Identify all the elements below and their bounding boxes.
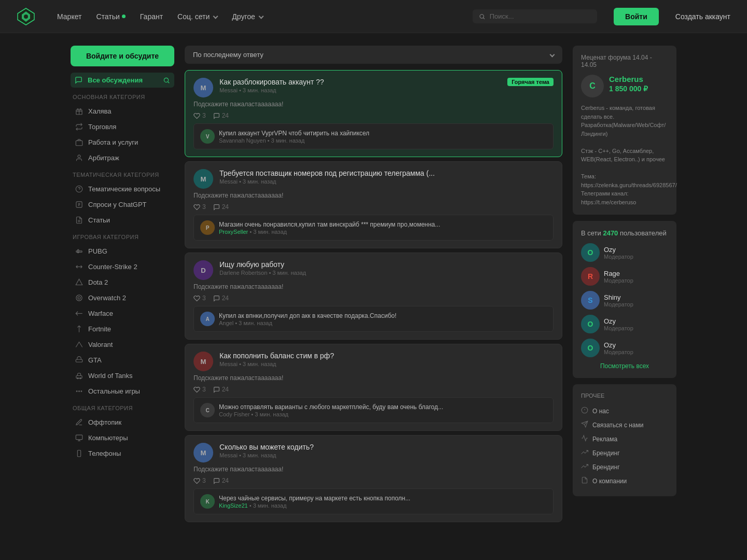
thread-2-preview: Подскажите пажаластааааааа! bbox=[193, 192, 554, 199]
discuss-button[interactable]: Войдите и обсудите bbox=[71, 46, 174, 66]
sub-3-avatar: A bbox=[200, 312, 215, 326]
other-company[interactable]: О компании bbox=[581, 474, 668, 488]
nav-other[interactable]: Другое bbox=[227, 9, 268, 24]
svg-point-28 bbox=[76, 390, 77, 391]
sidebar-chatgpt[interactable]: Спроси у ChatGPT bbox=[71, 197, 174, 212]
nav-garant[interactable]: Гарант bbox=[135, 9, 168, 24]
section-thematic: Тематическая категория bbox=[71, 172, 174, 178]
ai-icon bbox=[75, 200, 83, 208]
other-ads[interactable]: Реклама bbox=[581, 432, 668, 446]
user-3-avatar: S bbox=[581, 291, 600, 310]
sidebar-offtopic[interactable]: Оффтопик bbox=[71, 414, 174, 430]
sidebar-halva[interactable]: Халява bbox=[71, 103, 174, 119]
sub-2-avatar: P bbox=[200, 220, 215, 235]
user-5-avatar: O bbox=[581, 339, 600, 357]
online-user-4[interactable]: O Ozy Модератор bbox=[581, 315, 668, 333]
patron-amount: 1 850 000 ₽ bbox=[609, 85, 648, 93]
online-user-1[interactable]: O Ozy Модератор bbox=[581, 243, 668, 262]
sidebar-other-games[interactable]: Остальные игры bbox=[71, 383, 174, 399]
thread-2[interactable]: M Требуется поставщик номеров под регист… bbox=[185, 161, 562, 248]
ads-icon bbox=[581, 435, 588, 443]
view-all-button[interactable]: Посмотреть всех bbox=[581, 362, 668, 370]
thread-5-preview: Подскажите пажаластааааааа! bbox=[193, 466, 554, 473]
sidebar-trade[interactable]: Торговля bbox=[71, 119, 174, 134]
other-branding2[interactable]: Брендинг bbox=[581, 460, 668, 474]
other-widget: Прочее О нас Связаться с нами Реклама bbox=[573, 384, 676, 496]
sidebar: Войдите и обсудите Все обсуждения Основн… bbox=[71, 46, 174, 526]
nav-market[interactable]: Маркет bbox=[52, 9, 87, 24]
gta-icon bbox=[75, 356, 83, 364]
patron-desc: Cerberus - команда, готовая сделать все.… bbox=[581, 104, 668, 206]
sidebar-fortnite[interactable]: Fortnite bbox=[71, 321, 174, 337]
sidebar-all-discussions[interactable]: Все обсуждения bbox=[71, 73, 174, 88]
thread-2-sub[interactable]: P Магазин очень понравился,купил там вин… bbox=[193, 215, 554, 241]
sidebar-dota2[interactable]: Dota 2 bbox=[71, 274, 174, 290]
nav-social[interactable]: Соц. сети bbox=[172, 9, 223, 24]
logo[interactable] bbox=[17, 7, 35, 26]
thread-2-title: Требуется поставщик номеров под регистра… bbox=[219, 169, 554, 177]
comment-icon-2 bbox=[213, 204, 220, 211]
thread-4-sub[interactable]: C Можно отправлять варианты с любого мар… bbox=[193, 397, 554, 423]
login-button[interactable]: Войти bbox=[614, 8, 659, 25]
thread-5-sub[interactable]: K Через чайные сервисы, примеру на марке… bbox=[193, 488, 554, 514]
svg-point-29 bbox=[78, 390, 79, 391]
sidebar-valorant[interactable]: Valorant bbox=[71, 337, 174, 352]
thread-1-sub[interactable]: V Купил аккаунт VyprVPN чтоб читирить на… bbox=[193, 123, 554, 149]
like-icon bbox=[193, 113, 200, 119]
other-contact[interactable]: Связаться с нами bbox=[581, 418, 668, 432]
sidebar-work[interactable]: Работа и услуги bbox=[71, 134, 174, 150]
svg-point-30 bbox=[80, 390, 81, 391]
thread-5[interactable]: M Сколько вы можете кодить? Messai • 3 м… bbox=[185, 435, 562, 522]
branding1-icon bbox=[581, 449, 588, 457]
sidebar-computers[interactable]: Компьютеры bbox=[71, 430, 174, 445]
like-icon-4 bbox=[193, 386, 200, 393]
work-icon bbox=[75, 138, 83, 146]
cs2-icon bbox=[75, 262, 83, 271]
online-user-5[interactable]: O Ozy Модератор bbox=[581, 339, 668, 357]
user-5-name: Ozy bbox=[604, 341, 633, 349]
sidebar-warface[interactable]: Warface bbox=[71, 305, 174, 321]
sidebar-cs2[interactable]: Counter-Strike 2 bbox=[71, 259, 174, 274]
sidebar-arbitrage[interactable]: Арбитраж bbox=[71, 150, 174, 165]
search-sidebar-icon[interactable] bbox=[163, 77, 170, 84]
user-2-avatar: R bbox=[581, 267, 600, 286]
warface-icon bbox=[75, 309, 83, 317]
thread-3-sub[interactable]: A Купил ак впнки,получил доп акк в качес… bbox=[193, 306, 554, 332]
other-about[interactable]: О нас bbox=[581, 404, 668, 418]
user-1-avatar: O bbox=[581, 243, 600, 262]
sidebar-articles[interactable]: Статьи bbox=[71, 212, 174, 228]
comment-icon-5 bbox=[213, 478, 220, 484]
thread-3[interactable]: D Ищу любую работу Darlene Robertson • 3… bbox=[185, 253, 562, 340]
sort-bar[interactable]: По последнему ответу bbox=[185, 46, 562, 64]
nav-links: Маркет Статьи Гарант Соц. сети Другое bbox=[52, 9, 268, 24]
other-branding1[interactable]: Брендинг bbox=[581, 446, 668, 460]
thread-5-avatar: M bbox=[193, 443, 213, 463]
sidebar-pubg[interactable]: PUBG bbox=[71, 243, 174, 259]
articles-dot bbox=[122, 15, 126, 18]
thread-1-preview: Подскажите пажаластааааааа! bbox=[193, 101, 554, 108]
logo-icon bbox=[17, 7, 35, 26]
fortnite-icon bbox=[75, 325, 83, 333]
other-chevron bbox=[258, 14, 264, 19]
sidebar-overwatch2[interactable]: Overwatch 2 bbox=[71, 290, 174, 305]
thread-5-meta: Messai • 3 мин. назад bbox=[219, 452, 554, 458]
sidebar-gta[interactable]: GTA bbox=[71, 352, 174, 368]
search-icon bbox=[479, 13, 486, 20]
sidebar-thematic[interactable]: Тематические вопросы bbox=[71, 181, 174, 197]
thread-1[interactable]: M Как разблокировать аккаунт ?? Горячая … bbox=[185, 70, 562, 157]
svg-point-7 bbox=[77, 108, 78, 110]
online-user-2[interactable]: R Rage Модератор bbox=[581, 267, 668, 286]
nav-articles[interactable]: Статьи bbox=[91, 9, 130, 24]
sub-3-title: Купил ак впнки,получил доп акк в качеств… bbox=[219, 312, 547, 319]
section-general: Общая категория bbox=[71, 405, 174, 411]
thread-3-preview: Подскажите пажаластааааааа! bbox=[193, 283, 554, 290]
thread-3-title: Ищу любую работу bbox=[219, 260, 554, 269]
search-input[interactable] bbox=[490, 12, 591, 20]
register-button[interactable]: Создать аккаунт bbox=[675, 12, 730, 21]
sidebar-wot[interactable]: World of Tanks bbox=[71, 368, 174, 383]
online-user-3[interactable]: S Shiny Модератор bbox=[581, 291, 668, 310]
sidebar-phones[interactable]: Телефоны bbox=[71, 445, 174, 461]
ow2-icon bbox=[75, 293, 83, 302]
thread-4[interactable]: M Как пополнить баланс стим в рф? Messai… bbox=[185, 344, 562, 431]
branding2-icon bbox=[581, 463, 588, 471]
